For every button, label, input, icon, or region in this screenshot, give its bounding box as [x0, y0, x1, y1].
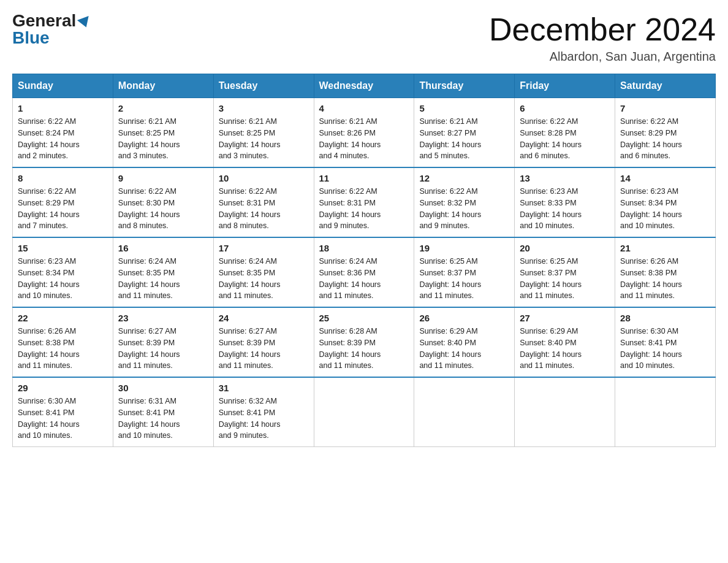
day-number: 14	[620, 173, 710, 183]
day-info: Sunrise: 6:31 AMSunset: 8:41 PMDaylight:…	[118, 396, 208, 442]
calendar-cell: 8Sunrise: 6:22 AMSunset: 8:29 PMDaylight…	[13, 167, 113, 237]
calendar-cell: 23Sunrise: 6:27 AMSunset: 8:39 PMDayligh…	[113, 307, 213, 377]
calendar-week-1: 1Sunrise: 6:22 AMSunset: 8:24 PMDaylight…	[13, 98, 716, 168]
day-info: Sunrise: 6:30 AMSunset: 8:41 PMDaylight:…	[18, 396, 108, 442]
day-info: Sunrise: 6:23 AMSunset: 8:34 PMDaylight:…	[620, 186, 710, 232]
day-info: Sunrise: 6:24 AMSunset: 8:36 PMDaylight:…	[319, 256, 409, 302]
location: Albardon, San Juan, Argentina	[489, 50, 716, 64]
day-info: Sunrise: 6:30 AMSunset: 8:41 PMDaylight:…	[620, 326, 710, 372]
day-info: Sunrise: 6:28 AMSunset: 8:39 PMDaylight:…	[319, 326, 409, 372]
title-section: December 2024 Albardon, San Juan, Argent…	[489, 12, 716, 64]
calendar-cell: 17Sunrise: 6:24 AMSunset: 8:35 PMDayligh…	[213, 237, 314, 307]
day-info: Sunrise: 6:22 AMSunset: 8:29 PMDaylight:…	[18, 186, 108, 232]
calendar-cell: 13Sunrise: 6:23 AMSunset: 8:33 PMDayligh…	[515, 167, 615, 237]
calendar-cell: 28Sunrise: 6:30 AMSunset: 8:41 PMDayligh…	[615, 307, 716, 377]
day-number: 11	[319, 173, 409, 183]
day-info: Sunrise: 6:21 AMSunset: 8:25 PMDaylight:…	[219, 116, 309, 162]
day-number: 1	[18, 103, 108, 113]
header-sunday: Sunday	[13, 74, 113, 98]
calendar-week-5: 29Sunrise: 6:30 AMSunset: 8:41 PMDayligh…	[13, 377, 716, 447]
day-number: 22	[18, 313, 108, 323]
day-number: 13	[520, 173, 610, 183]
day-number: 29	[18, 383, 108, 393]
calendar-cell: 19Sunrise: 6:25 AMSunset: 8:37 PMDayligh…	[414, 237, 515, 307]
day-info: Sunrise: 6:22 AMSunset: 8:32 PMDaylight:…	[419, 186, 509, 232]
calendar-cell: 3Sunrise: 6:21 AMSunset: 8:25 PMDaylight…	[213, 98, 314, 168]
header-friday: Friday	[515, 74, 615, 98]
day-info: Sunrise: 6:23 AMSunset: 8:33 PMDaylight:…	[520, 186, 610, 232]
calendar-cell: 21Sunrise: 6:26 AMSunset: 8:38 PMDayligh…	[615, 237, 716, 307]
calendar-cell: 16Sunrise: 6:24 AMSunset: 8:35 PMDayligh…	[113, 237, 213, 307]
day-number: 26	[419, 313, 509, 323]
calendar-week-4: 22Sunrise: 6:26 AMSunset: 8:38 PMDayligh…	[13, 307, 716, 377]
calendar-cell: 1Sunrise: 6:22 AMSunset: 8:24 PMDaylight…	[13, 98, 113, 168]
day-info: Sunrise: 6:22 AMSunset: 8:28 PMDaylight:…	[520, 116, 610, 162]
day-info: Sunrise: 6:21 AMSunset: 8:25 PMDaylight:…	[118, 116, 208, 162]
calendar-cell: 2Sunrise: 6:21 AMSunset: 8:25 PMDaylight…	[113, 98, 213, 168]
calendar-cell: 10Sunrise: 6:22 AMSunset: 8:31 PMDayligh…	[213, 167, 314, 237]
day-info: Sunrise: 6:26 AMSunset: 8:38 PMDaylight:…	[18, 326, 108, 372]
day-number: 20	[520, 243, 610, 253]
day-info: Sunrise: 6:22 AMSunset: 8:24 PMDaylight:…	[18, 116, 108, 162]
day-number: 27	[520, 313, 610, 323]
day-number: 25	[319, 313, 409, 323]
calendar-cell: 25Sunrise: 6:28 AMSunset: 8:39 PMDayligh…	[314, 307, 414, 377]
calendar-cell	[314, 377, 414, 447]
day-number: 5	[419, 103, 509, 113]
header-saturday: Saturday	[615, 74, 716, 98]
calendar-table: SundayMondayTuesdayWednesdayThursdayFrid…	[12, 74, 716, 447]
page-header: General Blue December 2024 Albardon, San…	[12, 12, 716, 64]
day-number: 24	[219, 313, 309, 323]
header-wednesday: Wednesday	[314, 74, 414, 98]
day-number: 16	[118, 243, 208, 253]
calendar-cell	[615, 377, 716, 447]
day-info: Sunrise: 6:27 AMSunset: 8:39 PMDaylight:…	[118, 326, 208, 372]
day-info: Sunrise: 6:22 AMSunset: 8:30 PMDaylight:…	[118, 186, 208, 232]
day-number: 3	[219, 103, 309, 113]
day-number: 30	[118, 383, 208, 393]
calendar-cell: 9Sunrise: 6:22 AMSunset: 8:30 PMDaylight…	[113, 167, 213, 237]
calendar-cell	[515, 377, 615, 447]
calendar-cell: 18Sunrise: 6:24 AMSunset: 8:36 PMDayligh…	[314, 237, 414, 307]
calendar-cell: 4Sunrise: 6:21 AMSunset: 8:26 PMDaylight…	[314, 98, 414, 168]
day-number: 31	[219, 383, 309, 393]
day-number: 6	[520, 103, 610, 113]
day-info: Sunrise: 6:24 AMSunset: 8:35 PMDaylight:…	[219, 256, 309, 302]
header-tuesday: Tuesday	[213, 74, 314, 98]
day-number: 2	[118, 103, 208, 113]
day-number: 23	[118, 313, 208, 323]
calendar-cell: 6Sunrise: 6:22 AMSunset: 8:28 PMDaylight…	[515, 98, 615, 168]
day-number: 12	[419, 173, 509, 183]
header-thursday: Thursday	[414, 74, 515, 98]
calendar-cell: 7Sunrise: 6:22 AMSunset: 8:29 PMDaylight…	[615, 98, 716, 168]
day-number: 8	[18, 173, 108, 183]
day-number: 9	[118, 173, 208, 183]
calendar-cell: 27Sunrise: 6:29 AMSunset: 8:40 PMDayligh…	[515, 307, 615, 377]
day-number: 21	[620, 243, 710, 253]
calendar-cell: 12Sunrise: 6:22 AMSunset: 8:32 PMDayligh…	[414, 167, 515, 237]
calendar-cell: 15Sunrise: 6:23 AMSunset: 8:34 PMDayligh…	[13, 237, 113, 307]
day-number: 17	[219, 243, 309, 253]
calendar-cell	[414, 377, 515, 447]
calendar-cell: 24Sunrise: 6:27 AMSunset: 8:39 PMDayligh…	[213, 307, 314, 377]
day-info: Sunrise: 6:22 AMSunset: 8:31 PMDaylight:…	[219, 186, 309, 232]
logo-blue: Blue	[12, 29, 50, 47]
day-info: Sunrise: 6:29 AMSunset: 8:40 PMDaylight:…	[520, 326, 610, 372]
calendar-week-2: 8Sunrise: 6:22 AMSunset: 8:29 PMDaylight…	[13, 167, 716, 237]
day-number: 15	[18, 243, 108, 253]
day-number: 28	[620, 313, 710, 323]
logo-triangle-icon	[77, 16, 92, 29]
logo-general: General	[12, 11, 76, 30]
day-number: 4	[319, 103, 409, 113]
calendar-cell: 31Sunrise: 6:32 AMSunset: 8:41 PMDayligh…	[213, 377, 314, 447]
calendar-cell: 20Sunrise: 6:25 AMSunset: 8:37 PMDayligh…	[515, 237, 615, 307]
calendar-cell: 29Sunrise: 6:30 AMSunset: 8:41 PMDayligh…	[13, 377, 113, 447]
day-info: Sunrise: 6:27 AMSunset: 8:39 PMDaylight:…	[219, 326, 309, 372]
calendar-header-row: SundayMondayTuesdayWednesdayThursdayFrid…	[13, 74, 716, 98]
day-info: Sunrise: 6:26 AMSunset: 8:38 PMDaylight:…	[620, 256, 710, 302]
calendar-cell: 30Sunrise: 6:31 AMSunset: 8:41 PMDayligh…	[113, 377, 213, 447]
day-info: Sunrise: 6:22 AMSunset: 8:31 PMDaylight:…	[319, 186, 409, 232]
month-title: December 2024	[489, 12, 716, 47]
calendar-cell: 11Sunrise: 6:22 AMSunset: 8:31 PMDayligh…	[314, 167, 414, 237]
day-info: Sunrise: 6:29 AMSunset: 8:40 PMDaylight:…	[419, 326, 509, 372]
